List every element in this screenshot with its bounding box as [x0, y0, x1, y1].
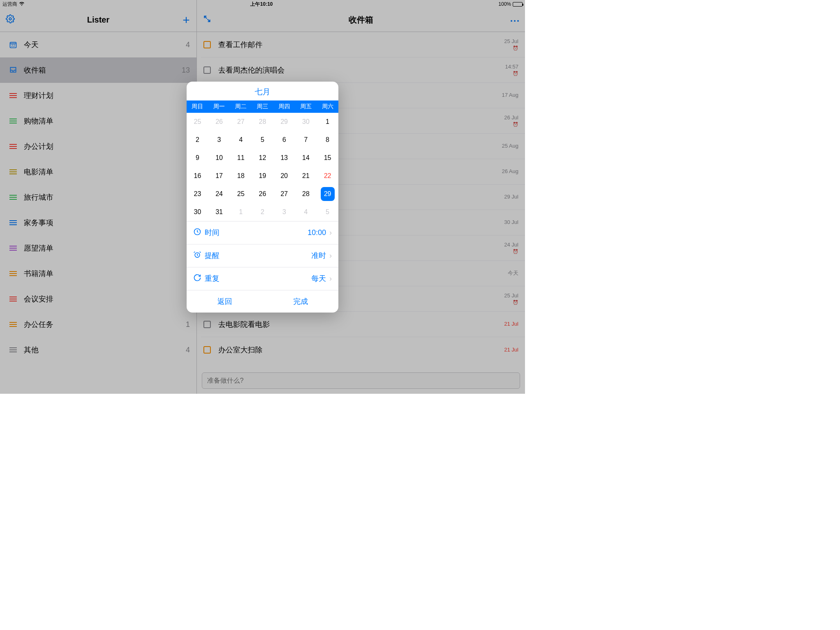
calendar-day[interactable]: 11: [230, 149, 252, 167]
calendar-day[interactable]: 28: [252, 113, 274, 131]
calendar-day[interactable]: 4: [295, 203, 317, 221]
remind-row[interactable]: 提醒 准时 ›: [187, 244, 338, 267]
calendar-day[interactable]: 21: [295, 167, 317, 185]
calendar-day[interactable]: 30: [187, 203, 208, 221]
calendar-day[interactable]: 22: [317, 167, 338, 185]
calendar-day[interactable]: 19: [252, 167, 274, 185]
calendar-day[interactable]: 10: [208, 149, 230, 167]
calendar-day[interactable]: 2: [187, 131, 208, 149]
calendar-day[interactable]: 27: [230, 113, 252, 131]
remind-value: 准时: [311, 251, 326, 260]
calendar-day[interactable]: 24: [208, 185, 230, 203]
repeat-icon: [193, 274, 205, 284]
calendar-day[interactable]: 23: [187, 185, 208, 203]
weekday-label: 周一: [208, 100, 230, 113]
weekday-label: 周三: [252, 100, 274, 113]
weekday-label: 周六: [317, 100, 338, 113]
time-value: 10:00: [308, 228, 326, 237]
calendar-grid: 2526272829301234567891011121314151617181…: [187, 113, 338, 221]
calendar-day[interactable]: 4: [230, 131, 252, 149]
calendar-day[interactable]: 26: [252, 185, 274, 203]
chevron-right-icon: ›: [329, 274, 332, 283]
modal-overlay[interactable]: 七月 周日周一周二周三周四周五周六 2526272829301234567891…: [0, 0, 525, 394]
calendar-day[interactable]: 26: [208, 113, 230, 131]
calendar-day[interactable]: 17: [208, 167, 230, 185]
calendar-day[interactable]: 20: [273, 167, 295, 185]
weekday-label: 周二: [230, 100, 252, 113]
calendar-day[interactable]: 30: [295, 113, 317, 131]
calendar-day[interactable]: 27: [273, 185, 295, 203]
calendar-day[interactable]: 25: [230, 185, 252, 203]
calendar-day[interactable]: 3: [273, 203, 295, 221]
calendar-day[interactable]: 1: [230, 203, 252, 221]
calendar-day[interactable]: 31: [208, 203, 230, 221]
calendar-day[interactable]: 1: [317, 113, 338, 131]
month-label[interactable]: 七月: [187, 82, 338, 100]
chevron-right-icon: ›: [329, 251, 332, 260]
clock-icon: [193, 228, 205, 238]
weekday-label: 周日: [187, 100, 208, 113]
calendar-day[interactable]: 9: [187, 149, 208, 167]
calendar-day[interactable]: 28: [295, 185, 317, 203]
popover-actions: 返回 完成: [187, 290, 338, 313]
weekday-label: 周五: [295, 100, 317, 113]
calendar-day[interactable]: 6: [273, 131, 295, 149]
calendar-day[interactable]: 12: [252, 149, 274, 167]
time-row[interactable]: 时间 10:00 ›: [187, 221, 338, 244]
calendar-day[interactable]: 7: [295, 131, 317, 149]
calendar-day[interactable]: 16: [187, 167, 208, 185]
time-label: 时间: [205, 228, 308, 237]
calendar-day[interactable]: 29: [317, 185, 338, 203]
calendar-day[interactable]: 25: [187, 113, 208, 131]
calendar-day[interactable]: 5: [317, 203, 338, 221]
weekday-header: 周日周一周二周三周四周五周六: [187, 100, 338, 113]
remind-label: 提醒: [205, 251, 311, 260]
date-picker-popover: 七月 周日周一周二周三周四周五周六 2526272829301234567891…: [187, 82, 338, 313]
repeat-label: 重复: [205, 274, 311, 283]
calendar-day[interactable]: 15: [317, 149, 338, 167]
done-button[interactable]: 完成: [262, 290, 338, 313]
calendar-day[interactable]: 14: [295, 149, 317, 167]
calendar-day[interactable]: 8: [317, 131, 338, 149]
calendar-day[interactable]: 3: [208, 131, 230, 149]
calendar-day[interactable]: 2: [252, 203, 274, 221]
calendar-day[interactable]: 18: [230, 167, 252, 185]
repeat-value: 每天: [311, 274, 326, 283]
calendar-day[interactable]: 13: [273, 149, 295, 167]
chevron-right-icon: ›: [329, 228, 332, 237]
calendar-day[interactable]: 5: [252, 131, 274, 149]
alarm-icon: [193, 251, 205, 261]
back-button[interactable]: 返回: [187, 290, 262, 313]
weekday-label: 周四: [273, 100, 295, 113]
repeat-row[interactable]: 重复 每天 ›: [187, 267, 338, 290]
calendar-day[interactable]: 29: [273, 113, 295, 131]
